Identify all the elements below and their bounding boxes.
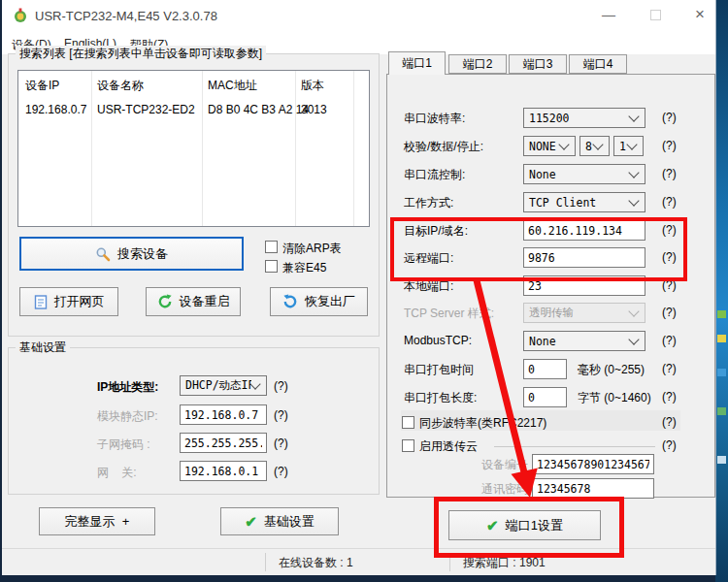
col-header-device-name: 设备名称: [97, 78, 144, 94]
device-table[interactable]: 设备IP 设备名称 MAC地址 版本 192.168.0.7 USR-TCP23…: [17, 70, 370, 227]
tab-port3[interactable]: 端口3: [509, 54, 567, 74]
pack-len-label: 串口打包长度:: [404, 390, 477, 406]
ip-type-value: DHCP/动态IP: [181, 378, 251, 393]
factory-reset-icon: [282, 294, 298, 309]
gateway-help[interactable]: (?): [274, 465, 288, 478]
static-ip-input[interactable]: [180, 404, 267, 425]
webpage-icon: [34, 295, 48, 309]
workmode-help[interactable]: (?): [662, 195, 677, 209]
cloud-checkbox[interactable]: [402, 439, 414, 452]
pack-time-unit: 毫秒 (0~255): [578, 362, 645, 378]
clear-arp-label: 清除ARP表: [282, 241, 342, 257]
compat-e45-checkbox[interactable]: [265, 260, 278, 273]
col-header-device-ip: 设备IP: [25, 78, 59, 94]
modbus-help[interactable]: (?): [662, 334, 677, 347]
baud-row: 串口波特率: 115200 (?): [387, 108, 714, 129]
cloud-help[interactable]: (?): [662, 438, 677, 452]
clear-arp-checkbox[interactable]: [265, 241, 278, 253]
subnet-help[interactable]: (?): [274, 436, 288, 450]
gateway-input[interactable]: [180, 461, 267, 481]
chevron-down-icon: [592, 139, 603, 149]
chevron-down-icon: [628, 306, 639, 316]
static-ip-label: 模块静态IP:: [97, 408, 158, 425]
compat-e45-label: 兼容E45: [282, 260, 326, 276]
flow-select[interactable]: None: [523, 164, 645, 184]
highlight-box-target-ip: [390, 217, 687, 281]
ip-type-help[interactable]: (?): [274, 379, 288, 393]
desktop-icon: [717, 369, 726, 376]
tab-port2[interactable]: 端口2: [448, 54, 507, 74]
chevron-down-icon: [626, 139, 637, 149]
baud-value: 115200: [524, 112, 630, 125]
pack-time-input[interactable]: [523, 359, 567, 379]
flow-row: 串口流控制: None (?): [387, 164, 714, 185]
modbus-label: ModbusTCP:: [404, 334, 472, 347]
pack-len-help[interactable]: (?): [662, 390, 677, 404]
ip-type-select[interactable]: DHCP/动态IP: [180, 375, 267, 396]
cloud-group-line: [494, 446, 655, 447]
device-id-input[interactable]: [532, 454, 654, 474]
sync-baud-help[interactable]: (?): [662, 415, 677, 429]
modbus-select[interactable]: None: [523, 331, 645, 351]
desktop-icon: [717, 335, 726, 342]
cell-device-ip[interactable]: 192.168.0.7: [25, 103, 86, 116]
tab-port4[interactable]: 端口4: [569, 54, 627, 74]
close-button[interactable]: ×: [683, 0, 716, 29]
chevron-down-icon: [628, 111, 639, 121]
tcp-server-style-label: TCP Server 样式:: [404, 306, 494, 322]
basic-setup-label: 基础设置: [264, 513, 314, 531]
search-list-title: 搜索列表 [在搜索列表中单击设备即可读取参数]: [16, 46, 266, 62]
databits-select[interactable]: 8: [579, 136, 610, 156]
basic-setup-button[interactable]: ✔ 基础设置: [220, 507, 339, 535]
stopbits-value: 1: [614, 140, 628, 153]
parity-help[interactable]: (?): [662, 139, 677, 152]
col-header-version: 版本: [301, 78, 324, 94]
open-webpage-label: 打开网页: [54, 293, 105, 310]
full-display-button[interactable]: 完整显示 +: [39, 507, 155, 535]
flow-value: None: [524, 168, 630, 181]
flow-help[interactable]: (?): [662, 167, 677, 180]
subnet-input[interactable]: [180, 433, 267, 453]
highlight-box-port1-setup: [434, 497, 624, 558]
desktop-background-strip: [715, 0, 728, 582]
check-icon: ✔: [245, 514, 257, 529]
cloud-label: 启用透传云: [419, 438, 478, 455]
cloud-row: 启用透传云 (?): [387, 437, 714, 455]
ip-type-label: IP地址类型:: [97, 379, 158, 396]
comm-pwd-label: 通讯密码: [481, 481, 528, 498]
static-ip-help[interactable]: (?): [274, 408, 288, 422]
modbus-value: None: [524, 335, 630, 348]
sync-baud-label: 同步波特率(类RFC2217): [419, 415, 546, 432]
gateway-label: 网 关:: [97, 465, 137, 481]
baud-select[interactable]: 115200: [523, 108, 645, 128]
factory-reset-button[interactable]: 恢复出厂: [270, 287, 368, 316]
pack-len-input[interactable]: [523, 387, 567, 407]
desktop-icon: [717, 310, 726, 318]
device-restart-button[interactable]: 设备重启: [146, 287, 241, 316]
tcp-server-style-value: 透明传输: [524, 306, 630, 320]
pack-time-help[interactable]: (?): [662, 362, 677, 375]
sync-baud-checkbox[interactable]: [402, 416, 414, 429]
stopbits-select[interactable]: 1: [613, 136, 644, 156]
baud-label: 串口波特率:: [404, 111, 465, 127]
search-device-button[interactable]: 搜索设备: [19, 237, 244, 271]
parity-row: 校验/数据/停止: NONE 8 1 (?): [387, 136, 714, 157]
open-webpage-button[interactable]: 打开网页: [19, 287, 118, 316]
tab-port1[interactable]: 端口1: [388, 51, 446, 75]
title-bar[interactable]: USR-TCP232-M4,E45 V2.3.0.78 — ×: [2, 0, 715, 31]
chevron-down-icon: [558, 139, 569, 149]
chevron-down-icon: [628, 334, 639, 344]
cell-mac[interactable]: D8 B0 4C B3 A2 14: [208, 103, 309, 116]
cell-device-name[interactable]: USR-TCP232-ED2: [97, 103, 195, 116]
cell-version[interactable]: 3013: [301, 103, 327, 116]
pack-len-row: 串口打包长度: 字节 (0~1460) (?): [387, 387, 714, 408]
parity-select[interactable]: NONE: [523, 136, 576, 156]
workmode-select[interactable]: TCP Client: [523, 192, 645, 212]
workmode-label: 工作方式:: [404, 195, 453, 211]
baud-help[interactable]: (?): [662, 111, 677, 124]
minimize-button[interactable]: —: [592, 0, 625, 29]
comm-pwd-input[interactable]: [532, 478, 654, 499]
tcp-server-style-help[interactable]: (?): [662, 306, 677, 319]
app-icon: [13, 8, 28, 23]
chevron-down-icon: [628, 167, 639, 178]
